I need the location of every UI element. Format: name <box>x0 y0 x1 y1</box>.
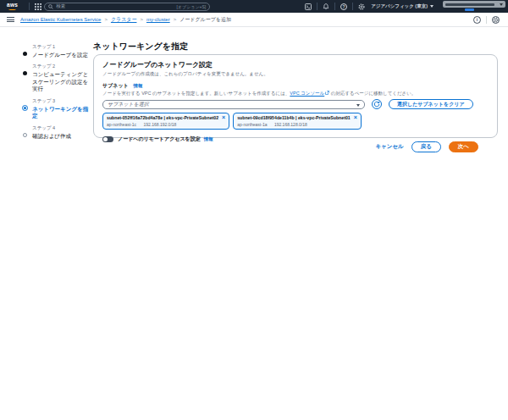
divider <box>334 3 335 10</box>
clear-selected-subnets-button[interactable]: 選択したサブネットをクリア <box>389 99 473 109</box>
region-label: アジアパシフィック (東京) <box>371 3 428 9</box>
selected-subnet-tokens: subnet-052ff16a72bd4a78e | eks-vpc-Priva… <box>102 113 489 130</box>
gear-glyph <box>358 3 365 10</box>
step-number: ステップ 2 <box>32 64 91 69</box>
breadcrumb-bar: Amazon Elastic Kubernetes Service > クラスタ… <box>0 13 508 27</box>
apps-grid-icon[interactable] <box>34 3 42 11</box>
notifications-bell-icon[interactable] <box>322 3 330 11</box>
subnet-controls-row: サブネットを選択 選択したサブネットをクリア <box>102 99 489 109</box>
gear-glyph <box>493 17 499 23</box>
wizard-step-3-current[interactable]: ステップ 3 ネットワーキングを指定 <box>23 98 91 120</box>
side-menu-icon[interactable] <box>7 16 14 24</box>
breadcrumb-separator: > <box>104 17 108 22</box>
divider <box>352 3 353 10</box>
remote-access-info-link[interactable]: 情報 <box>204 136 213 142</box>
question-glyph: ? <box>340 3 347 10</box>
eks-console-window: aws 検索 [オプション+S] <box>0 0 508 420</box>
topnav-icons: ? <box>304 3 366 11</box>
step-number: ステップ 3 <box>32 98 91 104</box>
chevron-down-icon <box>356 104 360 107</box>
step-todo-bullet <box>23 133 27 137</box>
help-icon[interactable]: ? <box>340 3 348 11</box>
remove-token-icon[interactable]: × <box>222 115 225 120</box>
subnet-desc-pre: ノードを実行する VPC のサブネットを指定します。新しいサブネットを作成するに… <box>102 91 290 96</box>
step-number: ステップ 4 <box>32 125 91 131</box>
breadcrumb-separator: > <box>140 17 143 22</box>
subnet-token-meta: ap-northeast-1a 192.168.128.0/18 <box>237 122 357 127</box>
subnet-field-label: サブネット 情報 <box>102 82 489 90</box>
cancel-button[interactable]: キャンセル <box>375 143 403 151</box>
wizard-step-2[interactable]: ステップ 2 コンピューティングとスケーリングの設定を実行 <box>23 64 91 92</box>
divider <box>486 16 487 24</box>
cloudshell-icon[interactable] <box>304 3 312 11</box>
chevron-down-icon <box>500 3 503 6</box>
aws-logo-smile <box>8 8 16 10</box>
subnet-label-text: サブネット <box>102 83 129 88</box>
region-selector[interactable]: アジアパシフィック (東京) <box>371 3 433 9</box>
search-icon <box>48 4 53 9</box>
remove-token-icon[interactable]: × <box>354 115 357 120</box>
subnet-token: subnet-052ff16a72bd4a78e | eks-vpc-Priva… <box>102 113 229 130</box>
subnet-token-label: subnet-052ff16a72bd4a78e | eks-vpc-Priva… <box>107 115 218 120</box>
breadcrumb-link-clusters[interactable]: クラスター <box>111 16 137 24</box>
step-current-bullet <box>22 105 28 111</box>
back-button[interactable]: 戻る <box>411 141 441 152</box>
search-input[interactable]: 検索 [オプション+S] <box>44 3 210 11</box>
account-menu[interactable] <box>443 1 505 8</box>
availability-zone: ap-northeast-1c <box>107 122 136 127</box>
panel-title: ノードグループのネットワーク設定 <box>102 60 489 69</box>
subnet-info-link[interactable]: 情報 <box>133 83 142 88</box>
breadcrumb-link-service[interactable]: Amazon Elastic Kubernetes Service <box>20 17 101 22</box>
info-panel-icon[interactable]: i <box>473 16 481 24</box>
toggle-knob <box>103 137 108 141</box>
subnet-token-label: subnet-09cd18f954de11b4b | eks-vpc-Priva… <box>237 115 351 120</box>
remote-access-toggle[interactable] <box>102 136 113 142</box>
wizard-steps-nav: ステップ 1 ノードグループを設定 ステップ 2 コンピューティングとスケーリン… <box>23 44 91 145</box>
divider <box>29 3 30 10</box>
step-number: ステップ 1 <box>32 44 91 50</box>
page-title: ネットワーキングを指定 <box>93 41 188 52</box>
availability-zone: ap-northeast-1a <box>237 122 267 127</box>
next-button[interactable]: 次へ <box>449 141 478 152</box>
cidr-block: 192.168.192.0/18 <box>143 122 176 127</box>
preferences-gear-icon[interactable] <box>492 16 500 24</box>
wizard-actions: キャンセル 戻る 次へ <box>375 141 478 152</box>
breadcrumb: Amazon Elastic Kubernetes Service > クラスタ… <box>20 16 231 24</box>
step-title[interactable]: ネットワーキングを指定 <box>32 106 91 120</box>
panel-subtitle: ノードグループの作成後は、これらのプロパティを変更できません。ません。 <box>102 71 489 77</box>
search-shortcut-hint: [オプション+S] <box>177 4 207 9</box>
cloudshell-glyph <box>305 3 312 10</box>
network-settings-panel: ノードグループのネットワーク設定 ノードグループの作成後は、これらのプロパティを… <box>93 54 498 138</box>
breadcrumb-current-page: ノードグループを追加 <box>179 16 231 24</box>
account-id-redacted <box>465 8 474 11</box>
wizard-step-1[interactable]: ステップ 1 ノードグループを設定 <box>23 44 91 58</box>
breadcrumb-link-cluster-name[interactable]: my-cluster <box>146 17 170 22</box>
breadcrumb-right-tools: i <box>473 16 500 24</box>
step-done-bullet <box>23 71 27 75</box>
settings-gear-icon[interactable] <box>357 3 366 11</box>
refresh-subnets-button[interactable] <box>372 99 382 109</box>
search-placeholder: 検索 <box>56 3 176 9</box>
subnet-desc-post: の対応するページに移動してください。 <box>329 91 416 96</box>
aws-logo[interactable]: aws <box>7 3 18 10</box>
bell-glyph <box>323 3 329 10</box>
grid-icon-glyph <box>35 3 41 10</box>
breadcrumb-separator: > <box>174 17 177 22</box>
step-done-bullet <box>23 52 27 56</box>
refresh-icon <box>373 101 380 108</box>
wizard-step-4[interactable]: ステップ 4 確認および作成 <box>23 125 91 140</box>
chevron-down-icon <box>430 5 433 8</box>
step-title[interactable]: コンピューティングとスケーリングの設定を実行 <box>32 71 91 92</box>
aws-top-nav: aws 検索 [オプション+S] <box>0 0 508 13</box>
account-name-redacted <box>445 3 494 6</box>
subnet-select[interactable]: サブネットを選択 <box>102 100 365 109</box>
vpc-console-link[interactable]: VPC コンソール <box>290 91 324 96</box>
divider <box>317 3 318 10</box>
remote-access-label: ノードへのリモートアクセスを設定 <box>118 135 201 143</box>
step-title[interactable]: ノードグループを設定 <box>32 52 91 58</box>
subnet-token: subnet-09cd18f954de11b4b | eks-vpc-Priva… <box>233 113 362 130</box>
step-title[interactable]: 確認および作成 <box>32 133 91 140</box>
subnet-select-placeholder: サブネットを選択 <box>108 101 149 108</box>
subnet-description: ノードを実行する VPC のサブネットを指定します。新しいサブネットを作成するに… <box>102 91 489 97</box>
cidr-block: 192.168.128.0/18 <box>274 122 307 127</box>
